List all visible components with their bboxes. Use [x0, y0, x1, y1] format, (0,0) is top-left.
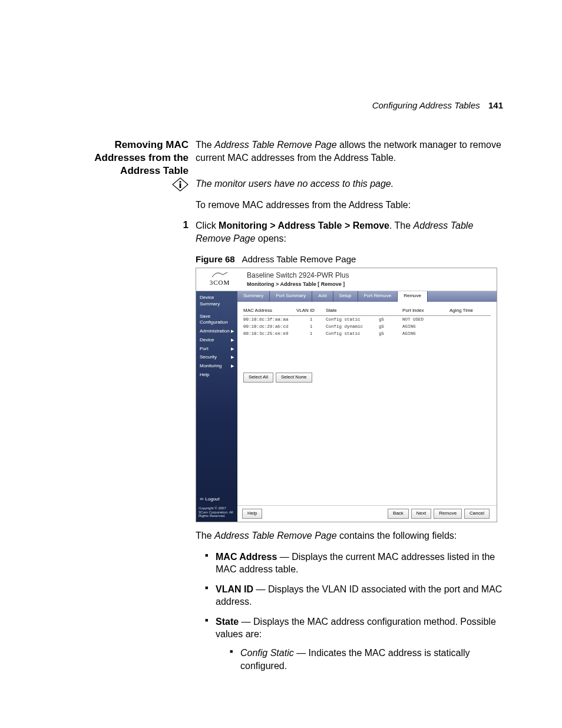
footer-button[interactable]: Cancel	[464, 509, 490, 519]
column-header: State	[326, 308, 379, 314]
side-heading: Removing MAC Addresses from the Address …	[77, 139, 196, 177]
column-header: VLAN ID	[296, 308, 326, 314]
selection-buttons: Select AllSelect None	[243, 373, 491, 383]
table-header: MAC AddressVLAN IDStatePort IndexAging T…	[243, 308, 491, 316]
select-button[interactable]: Select All	[243, 373, 273, 383]
footer-button[interactable]: Back	[388, 509, 409, 519]
column-header	[379, 308, 402, 314]
logout-link[interactable]: ⇦ Logout	[196, 494, 237, 505]
footer-button[interactable]: Next	[411, 509, 431, 519]
footer-button[interactable]: Help	[242, 509, 262, 519]
product-title: Baseline Switch 2924-PWR Plus	[247, 271, 493, 280]
access-note: The monitor users have no access to this…	[196, 177, 503, 190]
nav-item[interactable]: Device Summary	[196, 294, 237, 309]
table-row[interactable]: 00:10:dc:28:ab:cd1Config dynamicg5AGING	[243, 323, 491, 330]
nav-item[interactable]: Administration▶	[196, 327, 237, 336]
nav-item[interactable]: Device▶	[196, 336, 237, 345]
section-title: Configuring Address Tables	[372, 100, 480, 110]
column-header: Port Index	[402, 308, 449, 314]
svg-rect-2	[180, 183, 181, 188]
tab[interactable]: Setup	[333, 291, 358, 302]
info-icon	[77, 177, 196, 219]
tab[interactable]: Add	[312, 291, 333, 302]
table-row[interactable]: 00:10:3c:25:ee:e91Config staticg5AGING	[243, 330, 491, 337]
list-item: Config Static — Indicates the MAC addres…	[230, 647, 503, 672]
list-item: VLAN ID — Displays the VLAN ID associate…	[205, 583, 503, 608]
nav-item[interactable]: Security▶	[196, 353, 237, 362]
nav-item[interactable]: Port▶	[196, 345, 237, 354]
column-header: MAC Address	[243, 308, 296, 314]
logo: 3COM	[196, 268, 243, 291]
nav-item[interactable]: Monitoring▶	[196, 362, 237, 371]
side-nav: Device SummarySave ConfigurationAdminist…	[196, 291, 237, 522]
lead-in: To remove MAC addresses from the Address…	[196, 199, 503, 212]
tab-bar: SummaryPort SummaryAddSetupPort RemoveRe…	[237, 291, 497, 302]
tab[interactable]: Port Remove	[358, 291, 398, 302]
list-item: State — Displays the MAC address configu…	[205, 615, 503, 672]
nav-item[interactable]: Save Configuration	[196, 312, 237, 328]
intro-paragraph-1: The Address Table Remove Page allows the…	[196, 139, 503, 164]
svg-point-1	[179, 181, 181, 183]
tab[interactable]: Port Summary	[270, 291, 312, 302]
breadcrumb: Monitoring > Address Table [ Remove ]	[247, 281, 493, 288]
column-header: Aging Time	[449, 308, 491, 314]
step-1-text: Click Monitoring > Address Table > Remov…	[196, 219, 503, 245]
footer-button[interactable]: Remove	[434, 509, 462, 519]
tab[interactable]: Remove	[398, 291, 428, 302]
nav-item[interactable]: Help	[196, 371, 237, 380]
tab[interactable]: Summary	[237, 291, 270, 302]
step-number: 1	[77, 219, 196, 679]
copyright: Copyright © 2007 3Com Corporation. All R…	[196, 505, 237, 519]
page-number: 141	[488, 100, 503, 110]
after-figure-para: The Address Table Remove Page contains t…	[196, 529, 503, 542]
fields-list: MAC Address — Displays the current MAC a…	[205, 551, 503, 673]
embedded-screenshot: 3COM Baseline Switch 2924-PWR Plus Monit…	[196, 268, 497, 522]
table-row[interactable]: 00:10:8c:3f:aa:aa1Config staticg5NOT USE…	[243, 316, 491, 323]
figure-caption: Figure 68 Address Table Remove Page	[196, 253, 503, 265]
running-header: Configuring Address Tables 141	[372, 100, 503, 110]
select-button[interactable]: Select None	[276, 373, 312, 383]
list-item: MAC Address — Displays the current MAC a…	[205, 551, 503, 576]
